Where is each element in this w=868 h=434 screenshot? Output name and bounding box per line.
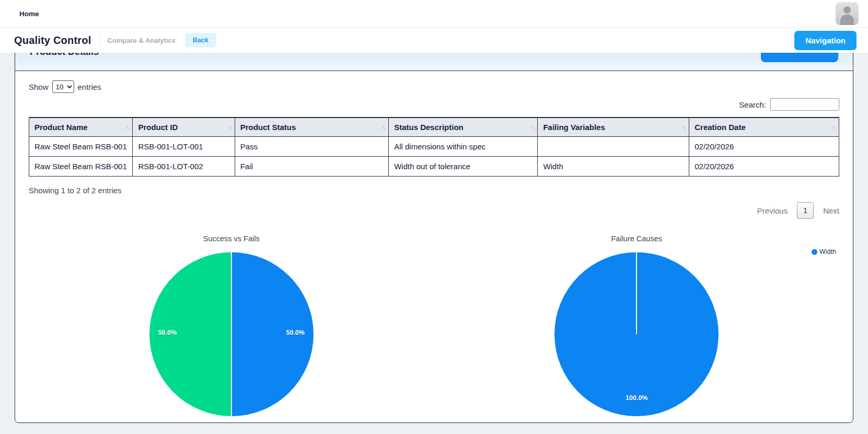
panel-header-action-button[interactable] [761,53,838,62]
chart-failure-causes: Failure Causes 100.0% Width [434,234,840,416]
nav-bar: Quality Control Compare & Analytics Back… [0,28,868,53]
pagination: Previous 1 Next [29,202,839,219]
sort-icon: ↑↓ [381,124,385,131]
sort-icon: ↑↓ [832,124,836,131]
column-header-creation-date[interactable]: Creation Date↑↓ [689,118,839,137]
cell-product-id: RSB-001-LOT-002 [133,157,235,177]
page-number-button[interactable]: 1 [797,202,814,219]
card-title: Product Details [30,53,99,57]
sort-icon: ↑↓ [682,124,686,131]
entries-summary: Showing 1 to 2 of 2 entries [29,186,839,195]
chart-title: Failure Causes [611,234,662,244]
card-header: Product Details [15,53,853,71]
product-details-card: Product Details Show 10 entries Search: [15,53,853,423]
sort-icon: ↑↓ [125,124,129,131]
column-header-product-name[interactable]: Product Name↑↓ [29,118,133,137]
home-link[interactable]: Home [19,10,39,18]
cell-failing-variables [538,137,689,157]
previous-page-button[interactable]: Previous [757,206,788,215]
search-label: Search: [739,100,766,109]
products-table: Product Name↑↓ Product ID↑↓ Product Stat… [29,117,839,177]
entries-label: entries [78,83,101,91]
page-size-control: Show 10 entries [29,80,839,93]
cell-status-description: All dimensions within spec [389,137,538,157]
divider [99,34,100,46]
user-avatar[interactable] [836,2,859,25]
pie-slice-label: 100.0% [626,394,647,402]
legend-swatch [812,249,817,255]
table-row: Raw Steel Beam RSB-001 RSB-001-LOT-002 F… [29,157,839,177]
cell-product-name: Raw Steel Beam RSB-001 [29,137,133,157]
cell-product-id: RSB-001-LOT-001 [133,137,235,157]
column-header-product-id[interactable]: Product ID↑↓ [133,118,235,137]
cell-product-status: Fail [235,157,389,177]
column-header-failing-variables[interactable]: Failing Variables↑↓ [538,118,689,137]
sort-icon: ↑↓ [530,124,534,131]
table-header-row: Product Name↑↓ Product ID↑↓ Product Stat… [29,118,839,137]
column-header-product-status[interactable]: Product Status↑↓ [235,118,389,137]
charts-row: Success vs Fails 50.0% 50.0% Failure Cau… [29,234,839,416]
cell-product-status: Pass [235,137,389,157]
next-page-button[interactable]: Next [823,206,839,215]
search-control: Search: [29,98,839,111]
pie-slice-label: 50.0% [158,329,177,336]
chart-success-vs-fails: Success vs Fails 50.0% 50.0% [29,234,434,416]
page-size-select[interactable]: 10 [52,80,74,93]
column-header-status-description[interactable]: Status Description↑↓ [389,118,538,137]
page-title: Quality Control [14,34,91,46]
cell-failing-variables: Width [538,157,689,177]
legend-item-width[interactable]: Width [812,248,836,255]
show-label: Show [29,83,49,91]
back-button[interactable]: Back [185,33,216,48]
chart-title: Success vs Fails [203,234,260,244]
pie-failure-causes: 100.0% [554,252,719,416]
pie-slice-label: 50.0% [286,329,304,336]
top-bar: Home [0,0,868,28]
sort-icon: ↑↓ [228,124,232,131]
avatar-person-icon [843,6,851,14]
cell-creation-date: 02/20/2026 [689,157,839,177]
pie-success-vs-fails: 50.0% 50.0% [149,252,314,416]
page-subtitle: Compare & Analytics [107,37,175,44]
cell-status-description: Width out of tolerance [389,157,538,177]
cell-creation-date: 02/20/2026 [689,137,839,157]
cell-product-name: Raw Steel Beam RSB-001 [29,157,133,177]
navigation-button[interactable]: Navigation [794,31,857,50]
page-background: Product Details Show 10 entries Search: [0,53,868,434]
search-input[interactable] [770,98,839,111]
table-row: Raw Steel Beam RSB-001 RSB-001-LOT-001 P… [29,137,839,157]
legend-label: Width [819,248,836,255]
